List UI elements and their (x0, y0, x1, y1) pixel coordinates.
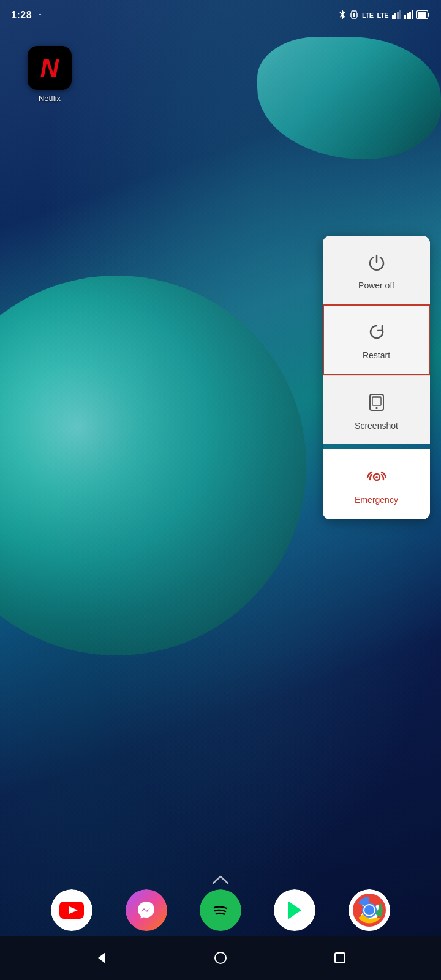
dock-chrome[interactable] (349, 889, 390, 931)
svg-rect-16 (372, 397, 381, 405)
messenger-icon (126, 889, 167, 931)
svg-point-31 (215, 952, 226, 963)
bluetooth-icon (339, 10, 346, 21)
upload-icon: ↑ (38, 10, 42, 20)
emergency-icon (366, 466, 388, 489)
svg-rect-4 (392, 15, 394, 19)
signal-icon (392, 10, 401, 21)
svg-rect-14 (428, 13, 429, 17)
signal2-icon (404, 10, 413, 21)
power-off-button[interactable]: Power off (323, 236, 430, 304)
lte2-icon: LTE (377, 12, 388, 19)
netflix-label: Netflix (39, 94, 61, 103)
chrome-icon (349, 889, 390, 931)
svg-rect-1 (353, 13, 355, 17)
netflix-app[interactable]: N Netflix (28, 46, 72, 103)
restart-icon (368, 323, 386, 344)
netflix-letter: N (40, 55, 59, 81)
back-button[interactable] (83, 946, 119, 970)
status-bar: 1:28 ↑ LTE LTE (0, 0, 441, 31)
svg-rect-10 (409, 12, 411, 19)
power-menu-bottom-card: Emergency (323, 449, 430, 519)
svg-rect-13 (418, 12, 426, 18)
status-time: 1:28 (11, 10, 32, 21)
netflix-icon[interactable]: N (28, 46, 72, 90)
swipe-up-hint (211, 874, 230, 889)
power-off-label: Power off (358, 281, 394, 290)
dock-playstore[interactable] (274, 889, 315, 931)
restart-label: Restart (363, 350, 390, 360)
screenshot-icon (368, 393, 385, 415)
vibrate-icon (350, 10, 358, 21)
svg-rect-6 (397, 12, 399, 19)
svg-point-19 (375, 476, 378, 478)
lte-icon: LTE (362, 12, 373, 19)
spotify-icon (200, 889, 241, 931)
status-right: LTE LTE (339, 10, 430, 21)
svg-rect-5 (394, 13, 396, 19)
screenshot-button[interactable]: Screenshot (323, 375, 430, 444)
emergency-label: Emergency (355, 495, 398, 505)
svg-rect-11 (412, 10, 413, 19)
battery-icon (417, 10, 430, 21)
svg-marker-30 (98, 952, 105, 963)
navigation-bar (0, 936, 441, 980)
home-button[interactable] (202, 946, 239, 970)
emergency-button[interactable]: Emergency (323, 449, 430, 519)
dock-spotify[interactable] (200, 889, 241, 931)
svg-point-29 (364, 905, 374, 915)
svg-rect-8 (404, 15, 406, 19)
svg-rect-9 (407, 13, 409, 19)
restart-button[interactable]: Restart (323, 304, 430, 375)
svg-rect-7 (399, 10, 401, 19)
playstore-icon (274, 889, 315, 931)
power-off-icon (368, 253, 386, 274)
app-dock (0, 889, 441, 931)
status-left: 1:28 ↑ (11, 10, 42, 21)
svg-point-17 (375, 407, 377, 409)
screenshot-label: Screenshot (355, 421, 398, 431)
dock-youtube[interactable] (51, 889, 92, 931)
power-menu-top-card: Power off Restart Screenshot (323, 236, 430, 444)
recents-button[interactable] (322, 946, 358, 970)
power-menu: Power off Restart Screenshot (323, 236, 430, 519)
dock-messenger[interactable] (126, 889, 167, 931)
svg-rect-32 (335, 953, 345, 963)
